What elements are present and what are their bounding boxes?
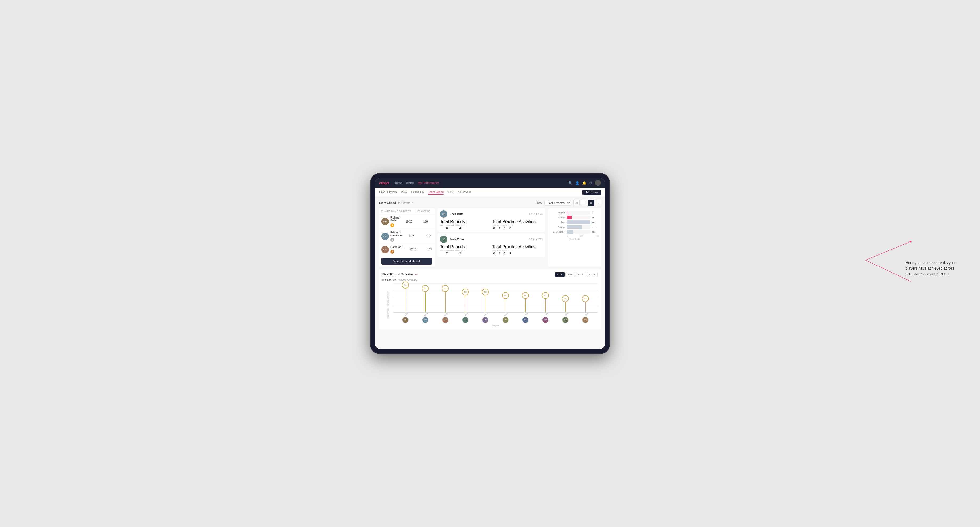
tab-tour[interactable]: Tour bbox=[448, 190, 453, 195]
col-pb-score: PB SCORE bbox=[399, 210, 417, 213]
streak-col-7: 4x bbox=[535, 284, 555, 313]
player-name-col-0: E. Ewert bbox=[395, 313, 415, 316]
streak-bubble-1: 6x bbox=[422, 285, 429, 292]
search-icon[interactable]: 🔍 bbox=[568, 181, 573, 185]
tab-team-clippd[interactable]: Team Clippd bbox=[428, 190, 444, 195]
table-row: RB Richard Butler 1 19/20 110 bbox=[379, 214, 434, 229]
streak-filter-buttons: OTT APP ARG PUTT bbox=[555, 272, 598, 277]
bell-icon[interactable]: 🔔 bbox=[582, 181, 586, 185]
card-date-josh: 26 Aug 2023 bbox=[529, 238, 543, 241]
team-name: Team Clippd bbox=[379, 201, 396, 205]
streaks-title-text: Best Round Streaks bbox=[382, 273, 413, 276]
nav-teams[interactable]: Teams bbox=[406, 181, 414, 184]
streak-chart-inner: 7x6x6x5x5x4x4x4x3x3x E. EwertB. McHergD.… bbox=[393, 284, 598, 327]
add-team-button[interactable]: Add Team bbox=[582, 189, 601, 195]
streak-subtitle-sub: Fairway Accuracy bbox=[398, 278, 417, 281]
bar-row-dbogeys: D. Bogeys + 131 bbox=[551, 230, 599, 234]
tab-hcaps[interactable]: Hcaps 1-5 bbox=[411, 190, 424, 195]
card-name-rees[interactable]: Rees Britt bbox=[450, 213, 463, 216]
bar-row-eagles: Eagles 3 bbox=[551, 211, 599, 214]
filter-arg-button[interactable]: ARG bbox=[576, 272, 586, 277]
streak-line-1 bbox=[425, 292, 426, 313]
player-info-edward: EC Edward Crossman 2 bbox=[381, 231, 402, 242]
x-label-0: 0 bbox=[567, 235, 568, 237]
streak-avatar-7: MM bbox=[542, 317, 549, 323]
navbar: clippd Home Teams My Performance 🔍 👤 🔔 ⚙ bbox=[375, 178, 605, 188]
streak-line-5 bbox=[505, 299, 506, 313]
edit-icon[interactable]: ✏ bbox=[412, 202, 414, 205]
nav-my-performance[interactable]: My Performance bbox=[418, 181, 439, 184]
streak-line-3 bbox=[465, 295, 466, 313]
streak-columns: 7x6x6x5x5x4x4x4x3x3x bbox=[393, 284, 598, 313]
streak-line-2 bbox=[445, 292, 445, 313]
bar-count-dbogeys: 131 bbox=[592, 231, 599, 233]
streak-avatar-0: EE bbox=[402, 317, 409, 323]
chart-view-button[interactable]: ↕ bbox=[595, 200, 601, 206]
bar-track-bogeys bbox=[567, 225, 590, 229]
avatar-col-7: MM bbox=[535, 317, 555, 323]
card-date-rees: 02 Sep 2023 bbox=[529, 213, 543, 215]
streak-chart-wrapper: Best Streak, Fairway Accuracy 7x6x6x5x5x… bbox=[382, 284, 598, 327]
stat-ott-josh: 0 bbox=[492, 252, 496, 255]
team-controls: Show Last 3 months ⊞ ☰ ▦ ↕ bbox=[536, 200, 601, 206]
x-axis-players-label: Players bbox=[393, 324, 598, 327]
bar-row-birdies: Birdies 96 bbox=[551, 216, 599, 219]
stat-putt-josh: 1 bbox=[508, 252, 513, 255]
team-header: Team Clippd 14 Players ✏ Show Last 3 mon… bbox=[379, 200, 601, 206]
player-name-richard[interactable]: Richard Butler bbox=[390, 216, 399, 222]
streak-avatar-1: BM bbox=[422, 317, 428, 323]
player-name-cameron[interactable]: Cameron... bbox=[390, 246, 403, 249]
chart-footer: Total Shots bbox=[551, 238, 599, 240]
table-view-button[interactable]: ▦ bbox=[588, 200, 594, 206]
player-name-col-1: B. McHerg bbox=[415, 313, 435, 316]
card-header-rees: RB Rees Britt 02 Sep 2023 bbox=[440, 210, 543, 218]
stat-tournament-rees: 8 bbox=[440, 227, 454, 230]
filter-app-button[interactable]: APP bbox=[565, 272, 575, 277]
streak-bubble-6: 4x bbox=[522, 292, 529, 299]
score-cameron: 17/20 bbox=[403, 248, 422, 251]
avatar-cameron: CA bbox=[381, 246, 389, 253]
leaderboard-header: PLAYER NAME PB SCORE PB AVG SQ bbox=[379, 208, 434, 214]
streak-col-1: 6x bbox=[415, 284, 435, 313]
bar-label-birdies: Birdies bbox=[551, 216, 565, 219]
stat-putt-rees: 0 bbox=[508, 227, 513, 230]
streak-col-4: 5x bbox=[476, 284, 495, 313]
streak-avatar-2: DB bbox=[442, 317, 449, 323]
view-full-leaderboard-button[interactable]: View Full Leaderboard bbox=[381, 258, 432, 265]
player-name-col-5: E. Crossman bbox=[495, 313, 515, 316]
tab-pgat-players[interactable]: PGAT Players bbox=[379, 190, 397, 195]
streak-avatar-3: JC bbox=[462, 317, 468, 323]
time-filter-select[interactable]: Last 3 months bbox=[544, 200, 571, 206]
tab-all-players[interactable]: All Players bbox=[458, 190, 471, 195]
badge-cameron: 3 bbox=[390, 250, 394, 254]
col-player-name: PLAYER NAME bbox=[381, 210, 399, 213]
player-name-edward[interactable]: Edward Crossman bbox=[390, 231, 402, 237]
streak-avatar-4: RB bbox=[482, 317, 488, 323]
filter-ott-button[interactable]: OTT bbox=[555, 272, 565, 277]
bar-track-dbogeys bbox=[567, 230, 590, 234]
stat-tournament-josh: 7 bbox=[440, 252, 454, 255]
table-row: EC Edward Crossman 2 18/20 107 bbox=[379, 229, 434, 244]
player-name-label-1: B. McHerg bbox=[422, 313, 430, 316]
person-icon[interactable]: 👤 bbox=[575, 181, 579, 185]
annotation-text: Here you can see streaks your players ha… bbox=[905, 260, 959, 277]
streaks-section: Best Round Streaks ← OTT APP ARG PUTT Of… bbox=[379, 269, 601, 329]
filter-putt-button[interactable]: PUTT bbox=[587, 272, 598, 277]
player-count: 14 Players bbox=[398, 202, 410, 205]
total-rounds-label: Total Rounds bbox=[440, 219, 465, 224]
player-card-rees: RB Rees Britt 02 Sep 2023 Total Rounds T… bbox=[437, 208, 546, 232]
list-view-button[interactable]: ☰ bbox=[581, 200, 587, 206]
grid-view-button[interactable]: ⊞ bbox=[573, 200, 580, 206]
nav-home[interactable]: Home bbox=[394, 181, 402, 184]
card-name-josh[interactable]: Josh Coles bbox=[450, 238, 465, 241]
tab-pga[interactable]: PGA bbox=[401, 190, 407, 195]
streak-bubble-5: 4x bbox=[502, 292, 509, 299]
streak-col-3: 5x bbox=[455, 284, 476, 313]
settings-icon[interactable]: ⚙ bbox=[589, 181, 592, 185]
stat-app-josh: 0 bbox=[497, 252, 501, 255]
sub-nav-tabs: PGAT Players PGA Hcaps 1-5 Team Clippd T… bbox=[379, 190, 471, 195]
stat-practice-rees: 4 bbox=[455, 227, 465, 230]
user-avatar[interactable] bbox=[595, 180, 601, 186]
streak-subtitle: Off The Tee, Fairway Accuracy bbox=[382, 278, 598, 281]
bar-chart-panel: Eagles 3 Birdies 96 bbox=[548, 208, 601, 267]
